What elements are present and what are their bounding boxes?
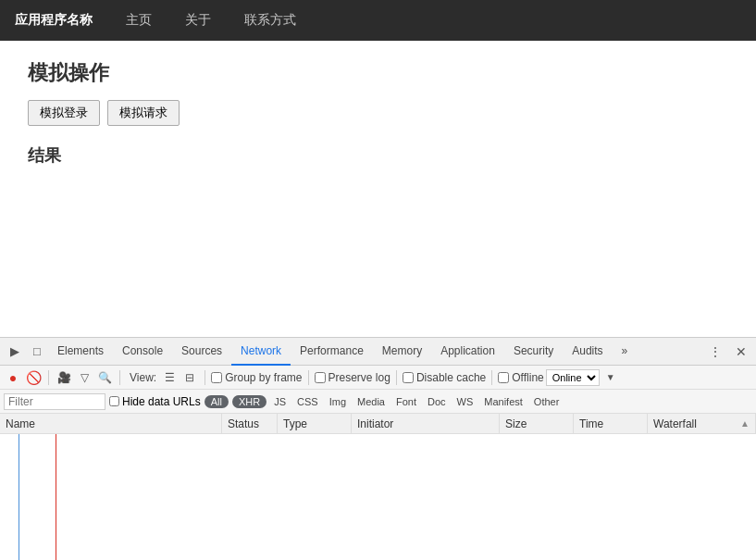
camera-icon[interactable]: 🎥 [55,368,73,387]
close-devtools-icon[interactable]: ✕ [730,341,752,363]
tab-more[interactable]: » [613,338,638,366]
filter-input[interactable] [4,393,105,410]
devtools-controls-bar: ● 🚫 🎥 ▽ 🔍 View: ☰ ⊟ Group by frame Prese… [0,366,756,390]
more-options-icon[interactable]: ⋮ [704,341,726,363]
th-type[interactable]: Type [278,414,352,433]
result-label: 结果 [28,144,728,167]
sort-arrow-icon: ▲ [740,418,750,429]
throttle-chevron-icon[interactable]: ▼ [601,368,620,387]
separator-4 [308,370,309,385]
tab-application[interactable]: Application [431,338,504,366]
list-view-icon[interactable]: ☰ [160,368,179,387]
nav-item-home[interactable]: 主页 [118,8,159,32]
filter-tag-img[interactable]: Img [326,395,350,408]
nav-item-about[interactable]: 关于 [178,8,218,32]
th-name[interactable]: Name [0,414,222,433]
filter-tag-xhr[interactable]: XHR [232,395,266,408]
tab-security[interactable]: Security [504,338,563,366]
sim-request-button[interactable]: 模拟请求 [107,100,180,126]
device-icon[interactable]: □ [26,341,48,363]
tab-audits[interactable]: Audits [563,338,612,366]
filter-icon[interactable]: ▽ [75,368,93,387]
table-header: Name Status Type Initiator Size Time Wat… [0,414,756,434]
table-body[interactable] [0,434,756,560]
filter-tag-other[interactable]: Other [530,395,564,408]
separator-5 [396,370,397,385]
button-group: 模拟登录 模拟请求 [28,100,728,126]
offline-checkbox[interactable] [498,372,509,383]
app-brand: 应用程序名称 [15,12,93,29]
group-by-frame-checkbox[interactable] [211,372,222,383]
tab-memory[interactable]: Memory [373,338,431,366]
th-initiator[interactable]: Initiator [352,414,500,433]
separator-1 [48,370,49,385]
tab-sources[interactable]: Sources [172,338,231,366]
filter-tag-ws[interactable]: WS [453,395,477,408]
search-icon[interactable]: 🔍 [95,368,114,387]
nav-item-contact[interactable]: 联系方式 [237,8,304,32]
separator-6 [491,370,492,385]
tab-network[interactable]: Network [231,338,291,366]
filter-bar: Hide data URLs All XHR JS CSS Img Media … [0,390,756,414]
top-navigation: 应用程序名称 主页 关于 联系方式 [0,0,756,41]
record-icon[interactable]: ● [4,368,22,387]
filter-tag-js[interactable]: JS [270,395,290,408]
th-time[interactable]: Time [574,414,648,433]
filter-tag-media[interactable]: Media [353,395,389,408]
th-size[interactable]: Size [500,414,574,433]
waterfall-line-red [56,434,56,560]
tab-performance[interactable]: Performance [291,338,373,366]
group-by-frame-label[interactable]: Group by frame [211,371,302,384]
hide-data-urls-label[interactable]: Hide data URLs [109,395,201,408]
tab-elements[interactable]: Elements [48,338,113,366]
filter-tag-all[interactable]: All [204,395,229,408]
hide-data-urls-checkbox[interactable] [109,396,119,406]
filter-tag-manifest[interactable]: Manifest [480,395,527,408]
filter-tag-doc[interactable]: Doc [424,395,450,408]
sim-login-button[interactable]: 模拟登录 [28,100,100,126]
section-title: 模拟操作 [28,59,728,87]
preserve-log-checkbox[interactable] [315,372,326,383]
devtools-tab-icons: ⋮ ✕ [704,341,752,363]
main-content: 模拟操作 模拟登录 模拟请求 结果 [0,41,756,337]
preserve-log-label[interactable]: Preserve log [315,371,390,384]
th-status[interactable]: Status [222,414,278,433]
filter-tag-css[interactable]: CSS [293,395,322,408]
offline-label[interactable]: Offline [498,371,543,384]
disable-cache-label[interactable]: Disable cache [403,371,486,384]
large-rows-icon[interactable]: ⊟ [180,368,199,387]
tab-console[interactable]: Console [113,338,172,366]
devtools-tabs-bar: ▶ □ Elements Console Sources Network Per… [0,338,756,366]
th-waterfall[interactable]: Waterfall ▲ [648,414,756,433]
view-label: View: [130,371,156,384]
inspect-icon[interactable]: ▶ [4,341,26,363]
devtools-panel: ▶ □ Elements Console Sources Network Per… [0,337,756,560]
filter-tag-font[interactable]: Font [392,395,420,408]
network-throttle-select[interactable]: Online [546,369,600,386]
disable-cache-checkbox[interactable] [403,372,414,383]
waterfall-line-blue [19,434,19,560]
separator-2 [119,370,120,385]
clear-icon[interactable]: 🚫 [24,368,43,387]
separator-3 [204,370,205,385]
